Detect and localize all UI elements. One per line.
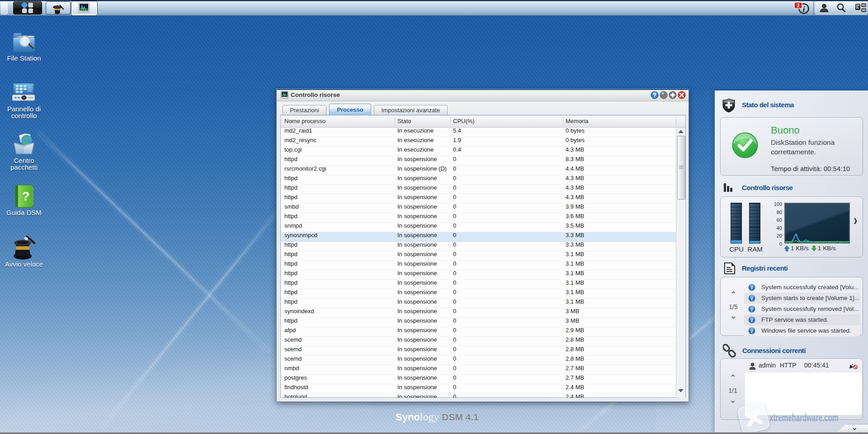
svg-text:?: ?: [653, 92, 656, 99]
svg-text:i: i: [803, 5, 805, 14]
svg-text:?: ?: [22, 190, 30, 203]
svg-text:2: 2: [797, 3, 799, 8]
